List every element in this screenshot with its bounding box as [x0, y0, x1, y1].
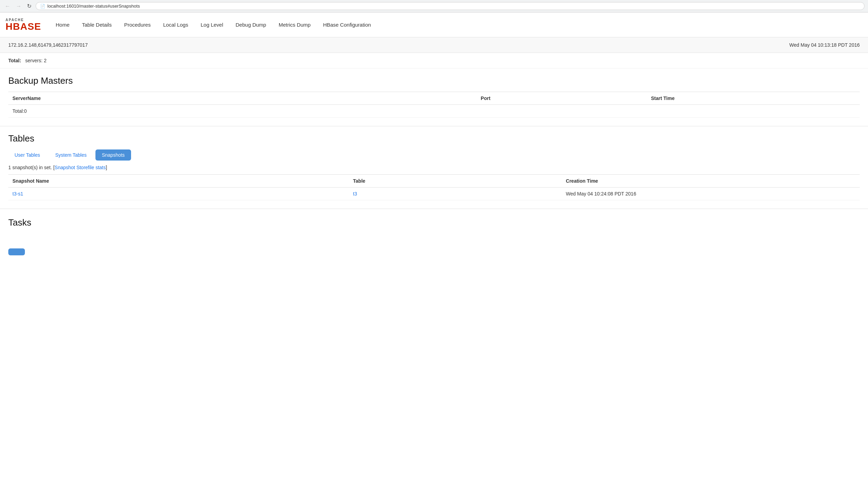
server-address: 172.16.2.148,61479,1462317797017 — [8, 42, 88, 48]
col-header-port: Port — [477, 92, 647, 105]
tasks-button[interactable] — [8, 248, 25, 255]
browser-chrome: ← → ↻ 📄 localhost:16010/master-status#us… — [0, 0, 868, 12]
backup-masters-section: Backup Masters ServerName Port Start Tim… — [0, 69, 868, 118]
logo-hbase: HBASE — [6, 22, 41, 31]
url-bar[interactable]: 📄 localhost:16010/master-status#userSnap… — [36, 2, 865, 10]
tab-system-tables[interactable]: System Tables — [49, 149, 93, 161]
col-header-creation-time: Creation Time — [562, 175, 860, 188]
nav-procedures[interactable]: Procedures — [118, 12, 157, 37]
snapshot-table-link[interactable]: t3 — [353, 191, 357, 197]
nav-debug-dump[interactable]: Debug Dump — [229, 12, 272, 37]
snapshot-info: 1 snapshot(s) in set. [Snapshot Storefil… — [8, 165, 860, 170]
logo: APACHE HBASE — [6, 18, 41, 31]
refresh-button[interactable]: ↻ — [26, 2, 33, 10]
total-row: Total: servers: 2 — [0, 53, 868, 69]
col-header-starttime: Start Time — [647, 92, 860, 105]
forward-button[interactable]: → — [15, 2, 23, 10]
backup-masters-title: Backup Masters — [8, 75, 860, 86]
total-label: Total: — [8, 58, 21, 63]
col-header-snapshot-name: Snapshot Name — [8, 175, 349, 188]
total-value: servers: 2 — [25, 58, 46, 63]
url-text: localhost:16010/master-status#userSnapsh… — [47, 3, 140, 9]
nav-home[interactable]: Home — [49, 12, 76, 37]
page-icon: 📄 — [40, 4, 45, 9]
backup-masters-total: Total:0 — [8, 105, 860, 118]
backup-masters-total-row: Total:0 — [8, 105, 860, 118]
top-nav: APACHE HBASE Home Table Details Procedur… — [0, 12, 868, 37]
back-button[interactable]: ← — [3, 2, 12, 10]
nav-hbase-config[interactable]: HBase Configuration — [317, 12, 377, 37]
server-info-bar: 172.16.2.148,61479,1462317797017 Wed May… — [0, 37, 868, 53]
snapshot-creation-time: Wed May 04 10:24:08 PDT 2016 — [562, 188, 860, 200]
tab-user-tables[interactable]: User Tables — [8, 149, 46, 161]
tables-section: Tables User Tables System Tables Snapsho… — [0, 126, 868, 200]
nav-local-logs[interactable]: Local Logs — [157, 12, 195, 37]
nav-metrics-dump[interactable]: Metrics Dump — [273, 12, 317, 37]
tasks-title: Tasks — [8, 217, 860, 228]
nav-table-details[interactable]: Table Details — [76, 12, 118, 37]
tables-title: Tables — [8, 133, 860, 144]
col-header-servername: ServerName — [8, 92, 477, 105]
snapshot-name-link[interactable]: t3-s1 — [12, 191, 23, 197]
table-row: t3-s1 t3 Wed May 04 10:24:08 PDT 2016 — [8, 188, 860, 200]
tables-tabs: User Tables System Tables Snapshots — [8, 149, 860, 161]
server-datetime: Wed May 04 10:13:18 PDT 2016 — [789, 42, 860, 48]
snapshot-count-text: 1 snapshot(s) in set. — [8, 165, 52, 170]
snapshot-table: Snapshot Name Table Creation Time t3-s1 … — [8, 174, 860, 200]
col-header-table: Table — [349, 175, 562, 188]
snapshot-storefile-link[interactable]: Snapshot Storefile stats — [55, 165, 106, 170]
tasks-section: Tasks — [0, 209, 868, 255]
main-nav: Home Table Details Procedures Local Logs… — [49, 12, 377, 37]
backup-masters-table: ServerName Port Start Time Total:0 — [8, 92, 860, 118]
nav-log-level[interactable]: Log Level — [194, 12, 229, 37]
tab-snapshots[interactable]: Snapshots — [95, 149, 131, 161]
